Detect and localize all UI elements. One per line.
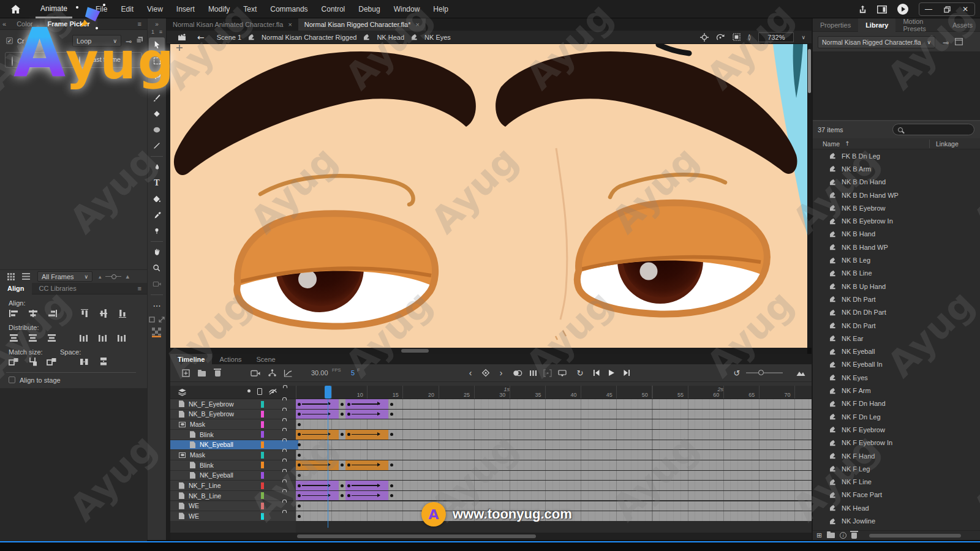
first-frame-radio[interactable]	[12, 56, 13, 66]
layer-name[interactable]: NK_B_Line	[189, 492, 221, 500]
align-right-button[interactable]	[47, 309, 58, 318]
menu-help[interactable]: Help	[433, 5, 448, 13]
match-height-button[interactable]	[28, 358, 39, 366]
stage-vertical-scrollbar[interactable]	[807, 44, 812, 348]
layer-color-swatch[interactable]	[261, 503, 264, 509]
align-to-stage-checkbox[interactable]	[9, 377, 15, 383]
library-item[interactable]: NK F Line	[813, 476, 980, 489]
library-item[interactable]: NK B Dn Hand	[813, 176, 980, 189]
frame-row[interactable]	[296, 450, 812, 460]
selection-tool[interactable]	[149, 37, 165, 52]
new-symbol-icon[interactable]: ⊞	[816, 531, 822, 539]
menu-animate[interactable]: Animate	[40, 4, 67, 14]
distribute-left-button[interactable]	[79, 334, 90, 342]
collapse-panel-icon[interactable]: «	[2, 20, 7, 28]
thumb-small-icon[interactable]: ▴	[99, 274, 102, 280]
library-item[interactable]: NK Head	[813, 501, 980, 514]
free-transform-tool[interactable]	[149, 53, 165, 68]
layer-row[interactable]: WE	[170, 511, 296, 522]
asset-warp-tool[interactable]	[149, 223, 165, 238]
layer-name[interactable]: NK_F_Eyebrow	[189, 400, 234, 408]
layer-color-swatch[interactable]	[261, 462, 264, 468]
zoom-stepper-icon[interactable]: ∧∨	[748, 34, 752, 40]
delete-icon[interactable]	[851, 533, 857, 539]
library-item[interactable]: NK B Dn Hand WP	[813, 189, 980, 201]
layer-row[interactable]: NK_F_Line	[170, 481, 296, 491]
tab-assets[interactable]: Assets	[945, 18, 980, 32]
zoom-slider[interactable]	[745, 366, 784, 380]
frame-row[interactable]	[296, 460, 812, 471]
menu-insert[interactable]: Insert	[176, 5, 195, 13]
tab-timeline[interactable]: Timeline	[170, 354, 212, 364]
distribute-horizontal-center-button[interactable]	[98, 334, 109, 342]
layer-name[interactable]: NK_F_Line	[189, 482, 221, 489]
oval-tool[interactable]	[149, 122, 165, 137]
library-item[interactable]: NK B Hand	[813, 228, 980, 241]
layer-row[interactable]: Mask	[170, 419, 296, 430]
camera-tool[interactable]	[149, 277, 165, 291]
reset-zoom-icon[interactable]: ↺	[730, 366, 744, 380]
pen-tool[interactable]	[149, 160, 165, 174]
align-bottom-button[interactable]	[117, 309, 128, 318]
more-tools[interactable]: ⋯	[149, 298, 165, 313]
loop-icon[interactable]: ↻	[573, 366, 587, 380]
zoom-tool[interactable]	[149, 261, 165, 276]
breadcrumb-item[interactable]: Normal Kisan Character Rigged	[262, 34, 356, 41]
tab-cc-libraries[interactable]: CC Libraries	[32, 283, 84, 294]
library-item[interactable]: NK B Eyebrow In	[813, 215, 980, 228]
delete-icon[interactable]	[211, 366, 224, 380]
eraser-tool[interactable]	[149, 107, 165, 121]
library-item[interactable]: NK Face Part	[813, 489, 980, 501]
timeline-ruler[interactable]: 101520253035404550556065701s2s	[296, 386, 812, 399]
next-keyframe-icon[interactable]: ›	[494, 366, 508, 380]
tab-actions[interactable]: Actions	[212, 354, 249, 364]
grid-view-icon[interactable]	[7, 273, 15, 280]
layer-row[interactable]: NK_Eyeball	[170, 440, 296, 451]
match-width-button[interactable]	[9, 358, 20, 366]
library-item[interactable]: NK F Hand	[813, 449, 980, 462]
graph-editor-icon[interactable]	[281, 366, 295, 380]
lasso-tool[interactable]	[149, 69, 165, 84]
space-vertical-button[interactable]	[98, 358, 109, 366]
panel-menu-icon[interactable]: ≡	[138, 20, 142, 28]
minimize-icon[interactable]: —	[919, 3, 938, 15]
expand-icon[interactable]	[159, 317, 165, 323]
layer-color-swatch[interactable]	[261, 472, 264, 479]
frames-filter-dropdown[interactable]: All Frames∨	[37, 271, 92, 282]
paint-bucket-tool[interactable]	[149, 192, 165, 206]
frame-row[interactable]	[296, 419, 812, 430]
library-item[interactable]: NK Jowline	[813, 514, 980, 527]
frame-row[interactable]	[296, 501, 812, 512]
layer-row[interactable]: WE	[170, 501, 296, 512]
zoom-level-input[interactable]: 732%	[758, 32, 794, 42]
layer-color-swatch[interactable]	[261, 421, 264, 428]
menu-debug[interactable]: Debug	[358, 5, 380, 13]
fps-value[interactable]: 30.00	[311, 369, 328, 377]
menu-view[interactable]: View	[147, 5, 163, 13]
duplicate-icon[interactable]	[136, 36, 143, 43]
sort-ascending-icon[interactable]: ↑	[845, 140, 850, 147]
panel-menu-icon[interactable]: ≡	[138, 285, 142, 292]
layer-row[interactable]: NK_B_Eyebrow	[170, 410, 296, 420]
breadcrumb-item[interactable]: Scene 1	[217, 34, 241, 41]
rotation-icon[interactable]	[716, 33, 725, 42]
layer-name[interactable]: NK_Eyeball	[200, 471, 233, 479]
list-view-icon[interactable]	[22, 273, 30, 280]
match-both-button[interactable]	[47, 358, 58, 366]
menu-file[interactable]: File	[96, 5, 107, 13]
frame-row[interactable]	[296, 511, 812, 522]
advanced-layers-icon[interactable]	[265, 366, 279, 380]
layer-row[interactable]: NK_Eyeball	[170, 471, 296, 481]
frame-row[interactable]	[296, 430, 812, 440]
layer-row[interactable]: Blink	[170, 430, 296, 440]
library-search[interactable]	[892, 124, 974, 135]
properties-icon[interactable]: i	[840, 532, 846, 539]
library-document-dropdown[interactable]: Normal Kisan Rigged Character.fla ∨	[818, 36, 935, 48]
menu-edit[interactable]: Edit	[121, 5, 134, 13]
frame-row[interactable]	[296, 410, 812, 420]
library-horizontal-scrollbar[interactable]	[869, 534, 961, 538]
library-item[interactable]: NK Dn Dh Part	[813, 306, 980, 319]
library-item[interactable]: NK Dh Part	[813, 293, 980, 305]
back-icon[interactable]: ←	[197, 32, 205, 42]
column-linkage[interactable]: Linkage	[936, 140, 959, 148]
